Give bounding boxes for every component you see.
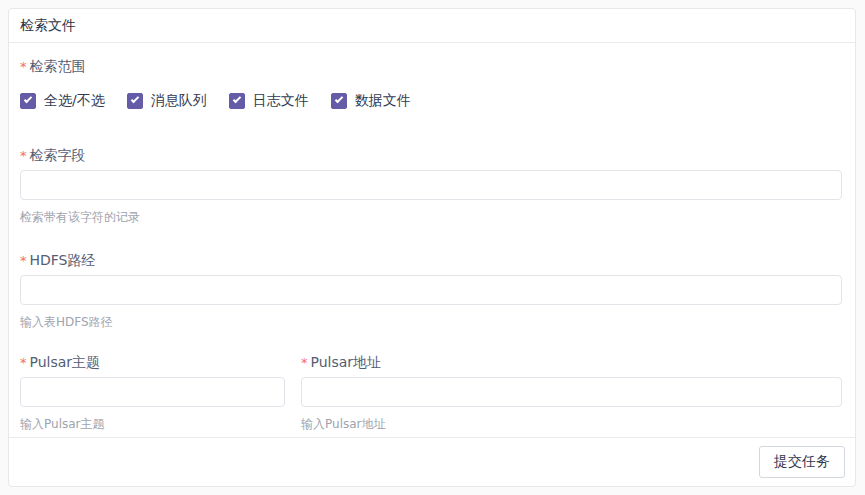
required-asterisk — [20, 253, 27, 268]
form-group-hdfs-path: HDFS路经 输入表HDFS路径 — [20, 250, 842, 331]
card-footer: 提交任务 — [9, 437, 855, 486]
search-form: 检索范围 全选/不选 消息队列 日志文件 数据文件 — [9, 43, 855, 437]
checkbox-checked[interactable] — [20, 93, 36, 109]
form-group-pulsar: Pulsar主题 输入Pulsar主题 Pulsar地址 输入Pulsar地址 — [20, 352, 842, 433]
pulsar-address-input[interactable] — [301, 377, 842, 407]
checkbox-label: 全选/不选 — [44, 92, 105, 110]
pulsar-topic-label: Pulsar主题 — [20, 352, 285, 373]
search-field-label: 检索字段 — [20, 145, 842, 166]
form-group-search-field: 检索字段 检索带有该字符的记录 — [20, 145, 842, 226]
checkbox-label: 日志文件 — [253, 92, 309, 110]
checkbox-label: 数据文件 — [355, 92, 411, 110]
check-icon — [130, 94, 138, 102]
checkbox-checked[interactable] — [229, 93, 245, 109]
checkbox-label: 消息队列 — [151, 92, 207, 110]
checkbox-data-file[interactable]: 数据文件 — [331, 92, 411, 110]
check-icon — [24, 94, 32, 102]
checkbox-checked[interactable] — [331, 93, 347, 109]
hdfs-path-label: HDFS路经 — [20, 250, 842, 271]
check-icon — [334, 94, 342, 102]
pulsar-topic-column: Pulsar主题 输入Pulsar主题 — [20, 352, 285, 433]
hdfs-path-hint: 输入表HDFS路径 — [20, 314, 842, 331]
page-title: 检索文件 — [20, 17, 76, 35]
form-group-scope: 检索范围 全选/不选 消息队列 日志文件 数据文件 — [20, 56, 842, 111]
checkbox-message-queue[interactable]: 消息队列 — [127, 92, 207, 110]
pulsar-topic-hint: 输入Pulsar主题 — [20, 416, 285, 433]
checkbox-log-file[interactable]: 日志文件 — [229, 92, 309, 110]
scope-checkbox-group: 全选/不选 消息队列 日志文件 数据文件 — [20, 90, 842, 111]
submit-task-button[interactable]: 提交任务 — [759, 446, 845, 478]
pulsar-address-hint: 输入Pulsar地址 — [301, 416, 842, 433]
pulsar-address-label: Pulsar地址 — [301, 352, 842, 373]
checkbox-select-all[interactable]: 全选/不选 — [20, 92, 105, 110]
search-field-hint: 检索带有该字符的记录 — [20, 209, 842, 226]
scope-label: 检索范围 — [20, 56, 842, 77]
hdfs-path-input[interactable] — [20, 275, 842, 305]
pulsar-address-column: Pulsar地址 输入Pulsar地址 — [301, 352, 842, 433]
required-asterisk — [301, 355, 308, 370]
pulsar-topic-input[interactable] — [20, 377, 285, 407]
check-icon — [232, 94, 240, 102]
required-asterisk — [20, 59, 27, 74]
card-header: 检索文件 — [9, 9, 855, 43]
required-asterisk — [20, 148, 27, 163]
search-file-card: 检索文件 检索范围 全选/不选 消息队列 日志文件 — [8, 8, 856, 487]
search-field-input[interactable] — [20, 170, 842, 200]
checkbox-checked[interactable] — [127, 93, 143, 109]
required-asterisk — [20, 355, 27, 370]
